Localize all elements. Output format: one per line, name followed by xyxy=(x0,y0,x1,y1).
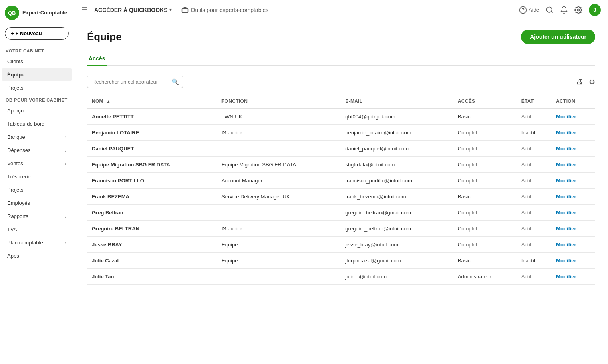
modifier-button[interactable]: Modifier xyxy=(551,189,595,205)
hamburger-icon[interactable]: ☰ xyxy=(81,6,88,14)
sidebar-item-projets-cabinet[interactable]: Projets xyxy=(2,82,72,94)
table-row: Julie Cazal Equipe jturpincazal@gmail.co… xyxy=(87,253,595,269)
notification-button[interactable] xyxy=(560,6,568,14)
outils-experts-button[interactable]: Outils pour experts-comptables xyxy=(181,6,269,14)
cell-fonction: TWN UK xyxy=(217,108,340,125)
sidebar-logo: QB Expert-Comptable xyxy=(0,0,74,26)
sidebar-section-qb: QB POUR VOTRE CABINET xyxy=(0,94,74,104)
modifier-button[interactable]: Modifier xyxy=(551,141,595,157)
toolbar-right: 🖨 ⚙ xyxy=(576,78,595,86)
modifier-button[interactable]: Modifier xyxy=(551,173,595,189)
search-input[interactable] xyxy=(87,76,183,88)
table-row: Jesse BRAY Equipe jesse_bray@intuit.com … xyxy=(87,237,595,253)
sidebar-item-label: Apps xyxy=(7,253,19,259)
aide-button[interactable]: Aide xyxy=(519,6,539,14)
modifier-button[interactable]: Modifier xyxy=(551,125,595,141)
sidebar-item-depenses[interactable]: Dépenses › xyxy=(2,144,72,156)
search-button[interactable] xyxy=(546,6,554,14)
cell-etat: Actif xyxy=(517,269,551,285)
cell-nom: Julie Cazal xyxy=(87,253,217,269)
modifier-button[interactable]: Modifier xyxy=(551,221,595,237)
cell-email: francisco_portillo@intuit.com xyxy=(340,173,453,189)
acceder-quickbooks-button[interactable]: ACCÉDER À QUICKBOOKS ▾ xyxy=(94,7,172,13)
cell-etat: Inactif xyxy=(517,253,551,269)
cell-etat: Actif xyxy=(517,157,551,173)
logo-icon: QB xyxy=(5,6,19,20)
modifier-button[interactable]: Modifier xyxy=(551,253,595,269)
toolbar: 🔍 🖨 ⚙ xyxy=(87,76,595,88)
sidebar-item-projets[interactable]: Projets xyxy=(2,184,72,196)
modifier-button[interactable]: Modifier xyxy=(551,269,595,285)
cell-nom: Francisco PORTILLO xyxy=(87,173,217,189)
cell-email: sbgfrdata@intuit.com xyxy=(340,157,453,173)
gear-icon xyxy=(574,6,582,14)
sidebar-item-tresorerie[interactable]: Trésorerie xyxy=(2,170,72,183)
briefcase-icon xyxy=(181,6,189,14)
cell-nom: Gregoire BELTRAN xyxy=(87,221,217,237)
settings-icon[interactable]: ⚙ xyxy=(589,78,595,86)
cell-nom: Julie Tan... xyxy=(87,269,217,285)
modifier-button[interactable]: Modifier xyxy=(551,157,595,173)
sidebar-item-equipe[interactable]: Équipe xyxy=(2,68,72,81)
modifier-button[interactable]: Modifier xyxy=(551,205,595,221)
cell-etat: Actif xyxy=(517,205,551,221)
modifier-button[interactable]: Modifier xyxy=(551,108,595,125)
help-icon xyxy=(519,6,527,14)
column-nom[interactable]: NOM ▲ xyxy=(87,94,217,108)
cell-nom: Frank BEZEMA xyxy=(87,189,217,205)
user-avatar[interactable]: J xyxy=(589,4,601,16)
column-acces: ACCÈS xyxy=(453,94,517,108)
settings-button[interactable] xyxy=(574,6,582,14)
cell-fonction xyxy=(217,205,340,221)
sidebar-item-apps[interactable]: Apps xyxy=(2,250,72,262)
cell-acces: Administrateur xyxy=(453,269,517,285)
cell-acces: Basic xyxy=(453,253,517,269)
add-user-button[interactable]: Ajouter un utilisateur xyxy=(521,30,595,44)
cell-email: qbt004@qbtrguk.com xyxy=(340,108,453,125)
cell-email: gregoire_beltran@intuit.com xyxy=(340,221,453,237)
sidebar-item-rapports[interactable]: Rapports › xyxy=(2,210,72,222)
team-table: NOM ▲ FONCTION E-MAIL ACCÈS ÉTAT ACTION … xyxy=(87,94,595,285)
cell-fonction: Equipe xyxy=(217,237,340,253)
sidebar-item-tva[interactable]: TVA xyxy=(2,223,72,236)
top-navbar: ☰ ACCÉDER À QUICKBOOKS ▾ Outils pour exp… xyxy=(74,0,608,20)
sidebar-section-cabinet: VOTRE CABINET xyxy=(0,45,74,55)
tab-acces[interactable]: Accès xyxy=(87,52,107,66)
svg-point-3 xyxy=(547,7,552,12)
print-icon[interactable]: 🖨 xyxy=(576,78,583,86)
chevron-right-icon: › xyxy=(65,214,66,219)
page-content: Équipe Ajouter un utilisateur Accès 🔍 🖨 … xyxy=(74,20,608,364)
column-email: E-MAIL xyxy=(340,94,453,108)
table-body: Annette PETTITT TWN UK qbt004@qbtrguk.co… xyxy=(87,108,595,285)
cell-acces: Complet xyxy=(453,173,517,189)
chevron-right-icon: › xyxy=(65,148,66,153)
chevron-right-icon: › xyxy=(65,135,66,140)
column-etat: ÉTAT xyxy=(517,94,551,108)
sidebar-item-apercu[interactable]: Aperçu xyxy=(2,104,72,117)
sort-arrow-icon: ▲ xyxy=(107,99,111,104)
sidebar-item-employes[interactable]: Employés xyxy=(2,197,72,209)
cell-etat: Actif xyxy=(517,237,551,253)
page-title: Équipe xyxy=(87,31,122,43)
table-header: NOM ▲ FONCTION E-MAIL ACCÈS ÉTAT ACTION xyxy=(87,94,595,108)
sidebar-item-tableau-bord[interactable]: Tableau de bord xyxy=(2,118,72,130)
topnav-icons: Aide J xyxy=(519,4,601,16)
cell-fonction xyxy=(217,141,340,157)
modifier-button[interactable]: Modifier xyxy=(551,237,595,253)
table-row: Annette PETTITT TWN UK qbt004@qbtrguk.co… xyxy=(87,108,595,125)
page-header: Équipe Ajouter un utilisateur xyxy=(87,30,595,44)
cell-fonction: IS Junior xyxy=(217,221,340,237)
cell-fonction: Equipe Migration SBG FR DATA xyxy=(217,157,340,173)
new-button[interactable]: + + Nouveau xyxy=(5,27,69,40)
table-row: Benjamin LOTAIRE IS Junior benjamin_lota… xyxy=(87,125,595,141)
sidebar-item-label: Équipe xyxy=(7,72,24,78)
sidebar-item-plan-comptable[interactable]: Plan comptable › xyxy=(2,236,72,249)
sidebar-item-ventes[interactable]: Ventes › xyxy=(2,157,72,170)
sidebar-item-banque[interactable]: Banque › xyxy=(2,131,72,143)
sidebar-item-clients[interactable]: Clients xyxy=(2,55,72,68)
bell-icon xyxy=(560,6,568,14)
chevron-down-icon: ▾ xyxy=(169,7,172,12)
table-row: Greg Beltran gregoire.beltran@gmail.com … xyxy=(87,205,595,221)
cell-acces: Basic xyxy=(453,108,517,125)
table-row: Daniel PAUQUET daniel_pauquet@intuit.com… xyxy=(87,141,595,157)
